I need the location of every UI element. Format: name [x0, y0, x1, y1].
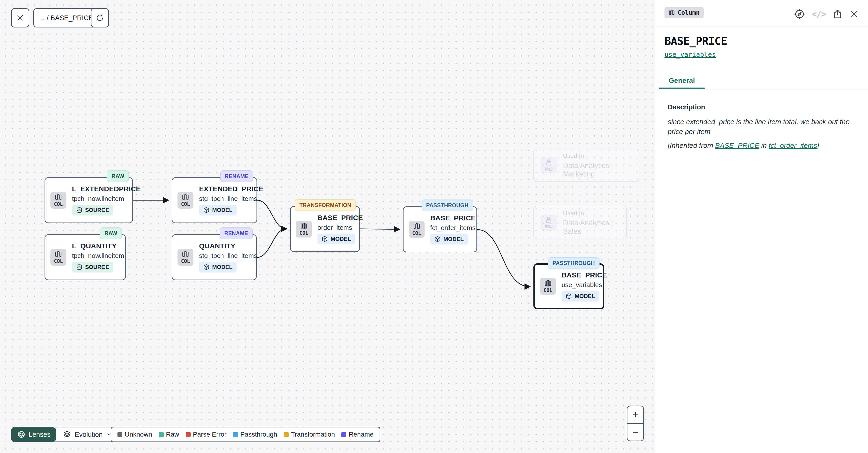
lens-tag: RENAME [220, 170, 253, 182]
node-title: BASE_PRICE [562, 271, 607, 279]
lens-tag: PASSTHROUGH [422, 199, 473, 211]
share-button[interactable] [832, 9, 843, 20]
node-l-extendedprice[interactable]: RAW COL L_EXTENDEDPRICE tpch_now.lineite… [44, 177, 133, 223]
refresh-button[interactable] [91, 8, 109, 27]
column-type-icon: COL [296, 221, 312, 237]
cube-icon [203, 264, 210, 271]
close-lineage-button[interactable] [11, 8, 29, 27]
tabbar-divider [656, 89, 868, 89]
column-type-icon: COL [540, 278, 556, 295]
column-type-icon: COL [178, 249, 193, 266]
node-base-price-order-items[interactable]: TRANSFORMATION COL BASE_PRICE order_item… [290, 206, 360, 252]
used-in-card-sales[interactable]: PRJ Used In Data Analytics | Sales [533, 206, 627, 239]
legend-item-rename: Rename [341, 431, 373, 438]
column-icon [669, 9, 675, 16]
node-extended-price[interactable]: RENAME COL EXTENDED_PRICE stg_tpch_line_… [172, 177, 257, 223]
zoom-out-button[interactable]: − [627, 424, 643, 441]
node-title: BASE_PRICE [430, 214, 476, 222]
legend-item-passthrough: Passthrough [233, 431, 277, 438]
used-in-label: Used In [563, 152, 632, 160]
used-in-card-marketing[interactable]: PRJ Used In Data Analytics | Marketing [533, 148, 640, 182]
aperture-icon [17, 430, 25, 438]
node-title: L_EXTENDEDPRICE [72, 185, 141, 193]
node-subtitle: stg_tpch_line_items [199, 195, 264, 203]
cube-icon [434, 236, 441, 243]
cube-icon [321, 236, 328, 242]
node-subtitle: stg_tpch_line_items [199, 252, 257, 260]
lens-tag: PASSTHROUGH [548, 257, 600, 269]
used-in-name: Data Analytics | Marketing [563, 162, 632, 178]
zoom-in-button[interactable]: + [627, 406, 643, 423]
node-subtitle: tpch_now.lineitem [72, 252, 124, 260]
lenses-label: Lenses [29, 431, 51, 438]
entity-type-badge: Column [664, 7, 704, 18]
cube-icon [203, 207, 210, 214]
model-badge: MODEL [430, 234, 468, 245]
model-badge: MODEL [562, 291, 599, 302]
close-panel-button[interactable] [849, 9, 859, 19]
source-badge: SOURCE [72, 262, 113, 273]
evolution-dropdown[interactable]: Evolution [56, 427, 119, 442]
source-badge: SOURCE [72, 205, 113, 216]
used-in-label: Used In [563, 209, 620, 217]
node-title: L_QUANTITY [72, 242, 124, 250]
lens-tag: RENAME [220, 227, 253, 239]
column-type-icon: COL [51, 192, 66, 209]
close-icon [16, 14, 24, 22]
cube-icon [565, 293, 572, 300]
model-badge: MODEL [199, 205, 237, 216]
legend-swatch [118, 432, 122, 437]
description-body: since extended_price is the line item to… [668, 117, 860, 150]
node-base-price-fct-order-items[interactable]: PASSTHROUGH COL BASE_PRICE fct_order_ite… [403, 206, 477, 252]
panel-title: BASE_PRICE [664, 35, 727, 48]
model-link[interactable]: use_variables [664, 51, 716, 58]
node-title: EXTENDED_PRICE [199, 185, 264, 193]
legend-swatch [341, 432, 346, 437]
close-icon [849, 9, 859, 19]
compass-button[interactable] [794, 8, 805, 20]
inherited-note: [Inherited from BASE_PRICE in fct_order_… [668, 141, 860, 150]
node-subtitle: tpch_now.lineitem [72, 195, 141, 203]
share-icon [832, 9, 843, 20]
lens-tag: RAW [100, 227, 122, 239]
description-text: since extended_price is the line item to… [668, 117, 860, 137]
lens-tag: TRANSFORMATION [295, 199, 356, 211]
legend-item-parse-error: Parse Error [186, 431, 226, 438]
project-icon: PRJ [540, 215, 557, 231]
legend-item-transformation: Transformation [284, 431, 335, 438]
inherited-model-link[interactable]: fct_order_items [769, 142, 817, 149]
node-subtitle: use_variables [562, 281, 607, 289]
view-code-button[interactable]: </> [811, 9, 826, 19]
column-type-icon: COL [51, 249, 66, 266]
evolution-label: Evolution [75, 431, 103, 438]
model-badge: MODEL [317, 233, 355, 244]
node-l-quantity[interactable]: RAW COL L_QUANTITY tpch_now.lineitem SOU… [44, 234, 126, 280]
panel-divider [656, 27, 868, 27]
project-icon: PRJ [540, 157, 557, 173]
column-type-icon: COL [409, 221, 425, 238]
node-title: BASE_PRICE [317, 214, 363, 222]
node-quantity[interactable]: RENAME COL QUANTITY stg_tpch_line_items … [172, 234, 257, 280]
compass-icon [794, 8, 805, 20]
node-subtitle: order_items [317, 224, 363, 231]
database-icon [76, 207, 83, 214]
lineage-canvas[interactable]: .. / BASE_PRICE RAW COL L_EXTENDEDPRICE … [0, 0, 656, 453]
legend-item-unknown: Unknown [118, 431, 152, 438]
node-subtitle: fct_order_items [430, 224, 476, 232]
tab-general[interactable]: General [659, 77, 704, 85]
legend-item-raw: Raw [159, 431, 179, 438]
zoom-control: + − [627, 405, 644, 441]
details-panel: Column </> BASE_PRICE use_variables Gene… [656, 0, 868, 453]
lens-legend: Unknown Raw Parse Error Passthrough Tran… [111, 427, 380, 442]
node-title: QUANTITY [199, 242, 257, 250]
node-base-price-use-variables[interactable]: PASSTHROUGH COL BASE_PRICE use_variables… [533, 263, 604, 309]
database-icon [76, 264, 83, 271]
lenses-control: Lenses Evolution [11, 427, 120, 442]
model-badge: MODEL [199, 262, 237, 273]
breadcrumb-label: .. / BASE_PRICE [41, 14, 93, 22]
lenses-button[interactable]: Lenses [12, 427, 56, 442]
inherited-column-link[interactable]: BASE_PRICE [715, 142, 759, 149]
refresh-icon [96, 13, 104, 22]
column-type-icon: COL [178, 192, 193, 209]
used-in-name: Data Analytics | Sales [563, 219, 620, 236]
